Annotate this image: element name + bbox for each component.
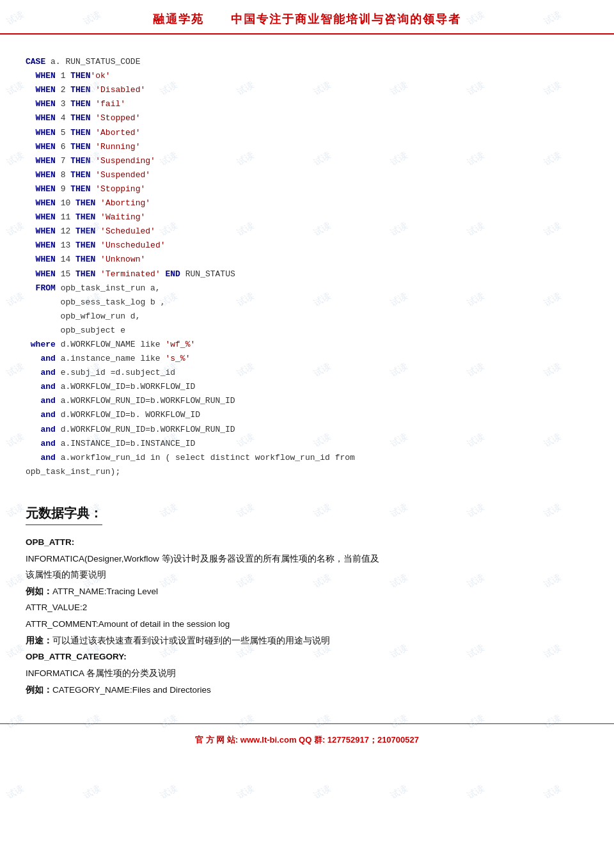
watermark-text: 试读: [235, 783, 256, 802]
meta-content: OPB_ATTR: INFORMATICA(Designer,Workflow …: [26, 534, 588, 698]
code-line-and2: and e.subj_id =d.subject_id: [26, 366, 595, 380]
code-line-and7: and a.INSTANCE_ID=b.INSTANCE_ID: [26, 437, 595, 451]
code-line-1: WHEN 1 THEN'ok': [26, 69, 595, 83]
code-line-4: WHEN 4 THEN 'Stopped': [26, 111, 595, 125]
code-line-case: CASE a. RUN_STATUS_CODE: [26, 41, 595, 69]
code-line-3: WHEN 3 THEN 'fail': [26, 97, 595, 111]
code-line-from3: opb_wflow_run d,: [26, 310, 595, 324]
code-line-7: WHEN 7 THEN 'Suspending': [26, 154, 595, 168]
code-line-and5: and d.WORKFLOW_ID=b. WORKFLOW_ID: [26, 408, 595, 422]
meta-opb-category-desc: INFORMATICA 各属性项的分类及说明: [26, 665, 588, 682]
meta-example1: 例如：ATTR_NAME:Tracing Level: [26, 583, 588, 600]
code-line-5: WHEN 5 THEN 'Aborted': [26, 126, 595, 140]
watermark-text: 试读: [158, 783, 179, 802]
meta-usage: 用途：可以通过该表快速查看到设计或设置时碰到的一些属性项的用途与说明: [26, 633, 588, 649]
page-footer: 官 方 网 站: www.It-bi.com QQ 群: 127752917；2…: [0, 723, 614, 752]
code-line-12: WHEN 12 THEN 'Scheduled': [26, 225, 595, 239]
company-tagline: 中国专注于商业智能培训与咨询的领导者: [231, 13, 461, 26]
meta-example2: 例如：CATEGORY_NAME:Files and Directories: [26, 682, 588, 698]
meta-attr-value: ATTR_VALUE:2: [26, 599, 588, 616]
code-line-15: WHEN 15 THEN 'Terminated' END RUN_STATUS: [26, 267, 595, 281]
code-line-10: WHEN 10 THEN 'Aborting': [26, 196, 595, 210]
meta-opb-attr-label: OPB_ATTR:: [26, 534, 588, 551]
meta-section: 元数据字典： OPB_ATTR: INFORMATICA(Designer,Wo…: [0, 485, 614, 704]
code-line-from: FROM opb_task_inst_run a,: [26, 281, 595, 296]
page-container: // Generate watermark items const wm = d…: [0, 0, 614, 868]
code-line-2: WHEN 2 THEN 'Disabled': [26, 83, 595, 97]
code-line-from4: opb_subject e: [26, 324, 595, 338]
watermark-text: 试读: [311, 783, 333, 802]
meta-title: 元数据字典：: [26, 505, 102, 525]
code-line-13: WHEN 13 THEN 'Unscheduled': [26, 239, 595, 253]
watermark-text: 试读: [465, 783, 486, 802]
code-line-9: WHEN 9 THEN 'Stopping': [26, 182, 595, 196]
code-block: CASE a. RUN_STATUS_CODE WHEN 1 THEN'ok' …: [0, 35, 614, 485]
code-line-14: WHEN 14 THEN 'Unknown': [26, 253, 595, 267]
code-line-and8: and a.workflow_run_id in ( select distin…: [26, 451, 595, 465]
code-line-end: opb_task_inst_run);: [26, 465, 595, 479]
watermark-text: 试读: [388, 783, 409, 802]
code-line-and1: and a.instance_name like 's_%': [26, 352, 595, 366]
code-line-and4: and a.WORKFLOW_RUN_ID=b.WORKFLOW_RUN_ID: [26, 394, 595, 408]
code-line-11: WHEN 11 THEN 'Waiting': [26, 210, 595, 225]
footer-text: 官 方 网 站: www.It-bi.com QQ 群: 127752917；2…: [195, 735, 419, 745]
code-line-where1: where d.WORKFLOW_NAME like 'wf_%': [26, 338, 595, 352]
page-header: 融通学苑 中国专注于商业智能培训与咨询的领导者: [0, 0, 614, 35]
code-line-6: WHEN 6 THEN 'Running': [26, 140, 595, 154]
watermark-text: 试读: [81, 783, 102, 802]
company-name: 融通学苑: [153, 13, 204, 26]
code-line-and3: and a.WORKFLOW_ID=b.WORKFLOW_ID: [26, 380, 595, 394]
code-line-8: WHEN 8 THEN 'Suspended': [26, 168, 595, 182]
meta-attr-comment: ATTR_COMMENT:Amount of detail in the ses…: [26, 616, 588, 633]
header-title: 融通学苑 中国专注于商业智能培训与咨询的领导者: [153, 13, 461, 26]
meta-opb-attr-desc2: 该属性项的简要说明: [26, 567, 588, 583]
code-line-from2: opb_sess_task_log b ,: [26, 296, 595, 310]
meta-opb-category-label: OPB_ATTR_CATEGORY:: [26, 649, 588, 665]
meta-opb-attr-desc: INFORMATICA(Designer,Workflow 等)设计时及服务器设…: [26, 551, 588, 567]
code-line-and6: and d.WORKFLOW_RUN_ID=b.WORKFLOW_RUN_ID: [26, 423, 595, 437]
watermark-text: 试读: [542, 783, 563, 802]
watermark-text: 试读: [4, 783, 26, 802]
